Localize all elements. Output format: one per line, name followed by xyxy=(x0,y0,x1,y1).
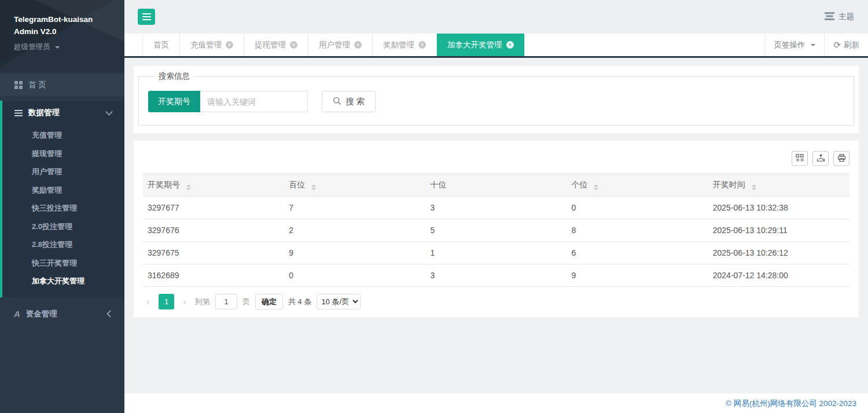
sidebar: TelegramBot-kuaisan Admin V2.0 超级管理员 首 页 xyxy=(0,0,124,413)
next-page-button[interactable]: › xyxy=(179,297,190,307)
tab-close-icon[interactable]: × xyxy=(290,41,297,49)
home-grid-icon xyxy=(14,81,23,89)
user-role-label: 超级管理员 xyxy=(14,43,50,51)
sort-icon[interactable] xyxy=(752,185,756,190)
tab-users[interactable]: 用户管理 × xyxy=(308,34,373,56)
column-header-hundreds[interactable]: 百位 xyxy=(284,174,425,197)
tab-canada-lottery[interactable]: 加拿大开奖管理 × xyxy=(437,34,525,56)
column-header-ones-label: 个位 xyxy=(572,180,588,189)
search-icon xyxy=(333,97,341,107)
column-header-issue-label: 开奖期号 xyxy=(148,180,180,189)
theme-icon xyxy=(825,12,834,22)
sidebar-item-bets-28[interactable]: 2.8投注管理 xyxy=(2,235,124,254)
pagination: ‹ 1 › 到第 页 确定 共 4 条 10 条/页 xyxy=(143,287,849,309)
tab-rewards-label: 奖励管理 xyxy=(383,40,414,50)
sort-icon[interactable] xyxy=(186,185,191,190)
cell-hundreds: 7 xyxy=(284,197,425,219)
column-header-tens[interactable]: 十位 xyxy=(425,174,567,197)
column-header-draw-time-label: 开奖时间 xyxy=(713,180,745,189)
tab-withdraw-label: 提现管理 xyxy=(255,40,286,50)
tab-rewards[interactable]: 奖励管理 × xyxy=(373,34,437,56)
total-count-label: 共 4 条 xyxy=(288,297,311,307)
theme-button[interactable]: 主题 xyxy=(825,12,854,22)
app-root: TelegramBot-kuaisan Admin V2.0 超级管理员 首 页 xyxy=(0,0,868,413)
caret-down-icon xyxy=(55,46,60,49)
sort-icon[interactable] xyxy=(594,185,598,190)
cell-tens: 3 xyxy=(425,197,567,219)
search-button[interactable]: 搜 索 xyxy=(322,91,376,112)
cell-ones: 9 xyxy=(567,264,708,287)
sort-icon[interactable] xyxy=(311,185,316,190)
refresh-icon: ⟳ xyxy=(833,40,841,49)
tab-withdraw[interactable]: 提现管理 × xyxy=(244,34,308,56)
goto-page-prefix: 到第 xyxy=(195,297,210,307)
goto-page-input[interactable] xyxy=(215,294,237,309)
table-row: 3297676 2 5 8 2025-06-13 10:29:11 xyxy=(143,219,849,242)
prev-page-button[interactable]: ‹ xyxy=(143,297,153,307)
sidebar-item-home-label: 首 页 xyxy=(28,80,46,90)
sidebar-group-data-toggle[interactable]: 数据管理 xyxy=(2,101,124,125)
export-button[interactable] xyxy=(812,151,829,166)
tab-close-icon[interactable]: × xyxy=(354,41,362,49)
search-legend: 搜索信息 xyxy=(155,71,193,82)
current-page-button[interactable]: 1 xyxy=(159,294,174,309)
sidebar-nav: 首 页 数据管理 充值管理 提现管理 用户管理 奖励管理 快三投注管理 2.0投… xyxy=(0,74,124,326)
tab-operations-dropdown[interactable]: 页签操作 xyxy=(764,34,824,56)
table-row: 3162689 0 3 9 2024-07-12 14:28:00 xyxy=(143,264,849,287)
sidebar-item-kuai3-bets[interactable]: 快三投注管理 xyxy=(2,199,124,217)
cell-tens: 1 xyxy=(425,242,567,264)
sidebar-submenu-data: 充值管理 提现管理 用户管理 奖励管理 快三投注管理 2.0投注管理 2.8投注… xyxy=(2,125,124,297)
chevron-left-icon xyxy=(106,310,114,318)
tabbar: 首页 充值管理 × 提现管理 × 用户管理 × 奖励管理 × 加拿大开奖管理 × xyxy=(124,34,868,58)
search-field-label-button[interactable]: 开奖期号 xyxy=(148,91,200,112)
print-button[interactable] xyxy=(833,151,849,166)
sidebar-item-users[interactable]: 用户管理 xyxy=(2,163,124,181)
cell-issue: 3162689 xyxy=(143,264,284,287)
columns-icon xyxy=(796,154,804,164)
page-size-select[interactable]: 10 条/页 xyxy=(317,294,361,309)
keyword-input[interactable] xyxy=(200,91,308,112)
search-button-label: 搜 索 xyxy=(345,96,365,107)
column-header-draw-time[interactable]: 开奖时间 xyxy=(708,174,849,197)
sidebar-item-withdraw[interactable]: 提现管理 xyxy=(2,145,124,163)
cell-hundreds: 2 xyxy=(284,219,425,242)
sidebar-group-data: 数据管理 充值管理 提现管理 用户管理 奖励管理 快三投注管理 2.0投注管理 … xyxy=(0,101,124,297)
tab-operations-label: 页签操作 xyxy=(774,40,805,50)
table-row: 3297675 9 1 6 2025-06-13 10:26:12 xyxy=(143,242,849,264)
user-role-dropdown[interactable]: 超级管理员 xyxy=(14,42,111,52)
refresh-label: 刷新 xyxy=(844,40,859,50)
cell-ones: 8 xyxy=(567,219,708,242)
sidebar-item-bets-20[interactable]: 2.0投注管理 xyxy=(2,217,124,236)
sidebar-item-canada-draws[interactable]: 加拿大开奖管理 xyxy=(2,272,124,290)
sidebar-item-recharge[interactable]: 充值管理 xyxy=(2,126,124,145)
tab-recharge[interactable]: 充值管理 × xyxy=(180,34,244,56)
tab-close-icon[interactable]: × xyxy=(226,41,233,49)
sidebar-item-rewards[interactable]: 奖励管理 xyxy=(2,181,124,200)
cell-ones: 6 xyxy=(567,242,708,264)
cell-draw-time: 2025-06-13 10:29:11 xyxy=(708,219,849,242)
confirm-page-button[interactable]: 确定 xyxy=(255,294,283,309)
app-title-line2: Admin V2.0 xyxy=(14,26,111,38)
cell-tens: 5 xyxy=(425,219,567,242)
refresh-button[interactable]: ⟳ 刷新 xyxy=(824,34,868,56)
sidebar-toggle-button[interactable] xyxy=(138,9,155,25)
copyright-link[interactable]: © 网易(杭州)网络有限公司 2002-2023 xyxy=(726,399,856,408)
tab-home[interactable]: 首页 xyxy=(143,34,180,56)
tab-canada-lottery-label: 加拿大开奖管理 xyxy=(447,40,502,50)
columns-toggle-button[interactable] xyxy=(792,151,808,166)
cell-tens: 3 xyxy=(425,264,567,287)
sidebar-item-kuai3-draws[interactable]: 快三开奖管理 xyxy=(2,254,124,272)
search-fieldset: 搜索信息 开奖期号 搜 索 xyxy=(138,71,854,126)
page-content: 搜索信息 开奖期号 搜 索 xyxy=(124,58,868,393)
table-panel: 开奖期号 百位 十位 个位 xyxy=(134,141,859,318)
column-header-issue[interactable]: 开奖期号 xyxy=(143,174,284,197)
sidebar-group-funds-toggle[interactable]: A 资金管理 xyxy=(0,302,124,326)
tab-close-icon[interactable]: × xyxy=(418,41,426,49)
column-header-ones[interactable]: 个位 xyxy=(567,174,708,197)
sidebar-item-home[interactable]: 首 页 xyxy=(0,74,124,96)
keyword-input-group: 开奖期号 xyxy=(148,91,308,112)
tabbar-controls: 页签操作 ⟳ 刷新 xyxy=(764,34,868,56)
cell-issue: 3297676 xyxy=(143,219,284,242)
tab-close-icon[interactable]: × xyxy=(506,41,514,49)
cell-draw-time: 2025-06-13 10:26:12 xyxy=(708,242,849,264)
